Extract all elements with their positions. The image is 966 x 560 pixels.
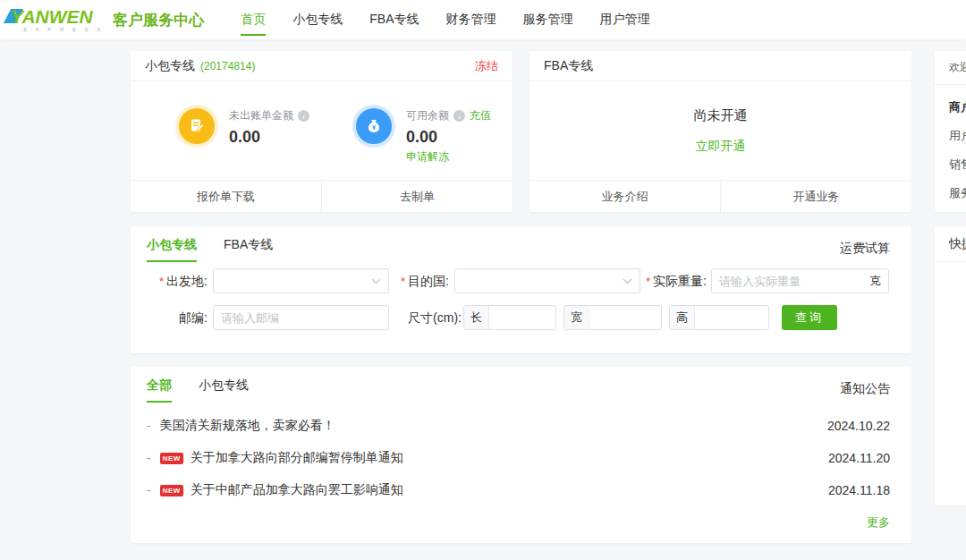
business-intro-button[interactable]: 业务介绍 (530, 181, 720, 212)
required-mark: * (401, 275, 405, 288)
destination-label: *目的国: (372, 268, 449, 293)
tab-fba[interactable]: FBA专线 (224, 237, 273, 262)
xiaobao-card-title: 小包专线 (145, 58, 195, 74)
notice-date: 2024.10.22 (827, 419, 890, 433)
account-id: (20174814) (200, 60, 255, 72)
frozen-status-badge: 冻结 (475, 58, 498, 74)
fba-card: FBA专线 尚未开通 立即开通 业务介绍 开通业务 (530, 51, 911, 212)
xiaobao-card-header: 小包专线 (20174814) 冻结 (131, 51, 513, 81)
width-input[interactable] (589, 306, 661, 329)
nav-item-home[interactable]: 首页 (227, 0, 279, 39)
freight-tabs: 小包专线 FBA专线 (147, 237, 273, 262)
user-row: 用户 (935, 128, 966, 144)
notice-tabs: 全部 小包专线 (147, 378, 249, 403)
notice-row: - NEW 关于加拿大路向部分邮编暂停制单通知 2024.11.20 (147, 449, 890, 467)
logo-mark: YANWEN E X P R E S S (11, 7, 104, 32)
logo-word: YANWEN (11, 6, 93, 27)
weight-label: *实际重量: (617, 268, 707, 293)
height-input[interactable] (695, 306, 768, 329)
notice-title[interactable]: 美国清关新规落地，卖家必看！ (160, 418, 335, 434)
unbilled-label: 未出账单金额 (229, 108, 293, 123)
quick-entry-card: 快捷 (935, 226, 966, 505)
merchant-info-card: 欢迎 商户 用户 销售 服务 (935, 51, 966, 212)
app-title: 客户服务中心 (113, 10, 204, 30)
sales-row: 销售 (935, 157, 966, 173)
length-prefix: 长 (464, 306, 489, 329)
nav-item-fba[interactable]: FBA专线 (356, 0, 432, 39)
quote-download-button[interactable]: 报价单下载 (131, 181, 321, 212)
merchant-row: 商户 (935, 99, 966, 115)
size-label: 尺寸(cm): (372, 305, 462, 330)
bill-icon (175, 105, 218, 148)
list-dash: - (147, 483, 151, 497)
recharge-link[interactable]: 充值 (470, 108, 491, 123)
list-dash: - (147, 451, 151, 465)
xiaobao-account-card: 小包专线 (20174814) 冻结 未出账单金额 i 0.00 ¥ (131, 51, 513, 212)
query-button[interactable]: 查询 (782, 305, 837, 330)
fba-open-now-link[interactable]: 立即开通 (696, 139, 746, 155)
welcome-text: 欢迎 (935, 51, 966, 85)
weight-input[interactable] (712, 269, 869, 293)
destination-select[interactable] (454, 268, 640, 293)
page: YANWEN E X P R E S S 客户服务中心 首页 小包专线 FBA专… (0, 0, 966, 560)
notices-section-title: 通知公告 (840, 381, 890, 397)
freight-section-title: 运费试算 (840, 241, 890, 257)
nav-item-finance[interactable]: 财务管理 (432, 0, 509, 39)
required-mark: * (159, 275, 164, 288)
info-icon[interactable]: i (453, 110, 465, 122)
notice-row: - NEW 关于中邮产品加拿大路向罢工影响通知 2024.11.18 (147, 481, 890, 499)
notice-date: 2024.11.18 (828, 483, 890, 497)
money-bag-icon: ¥ (352, 105, 395, 148)
more-link[interactable]: 更多 (867, 514, 890, 530)
length-input-wrap: 长 (463, 305, 556, 330)
service-row: 服务 (935, 185, 966, 201)
top-navbar: YANWEN E X P R E S S 客户服务中心 首页 小包专线 FBA专… (0, 0, 966, 39)
new-badge: NEW (160, 485, 183, 496)
weight-input-wrap: 克 (711, 268, 889, 293)
xiaobao-card-footer: 报价单下载 去制单 (131, 180, 513, 212)
nav-item-xiaobao[interactable]: 小包专线 (279, 0, 356, 39)
fba-card-footer: 业务介绍 开通业务 (530, 180, 911, 212)
open-business-button[interactable]: 开通业务 (720, 181, 911, 212)
zip-input-wrap (213, 305, 389, 330)
nav-item-service[interactable]: 服务管理 (509, 0, 586, 39)
notice-title[interactable]: 关于中邮产品加拿大路向罢工影响通知 (191, 482, 403, 498)
zip-input[interactable] (214, 306, 388, 329)
balance-label: 可用余额 (406, 108, 449, 123)
fba-status-text: 尚未开通 (694, 107, 748, 124)
freight-calc-card: 小包专线 FBA专线 运费试算 *出发地: *目的国: *实际重量: 克 邮编: (131, 226, 911, 353)
notice-row: - 美国清关新规落地，卖家必看！ 2024.10.22 (147, 417, 890, 435)
origin-label: *出发地: (131, 268, 208, 293)
main-nav: 首页 小包专线 FBA专线 财务管理 服务管理 用户管理 (227, 0, 663, 39)
info-icon[interactable]: i (298, 110, 309, 122)
unbilled-amount-stat: 未出账单金额 i 0.00 (175, 105, 309, 148)
height-prefix: 高 (670, 306, 695, 329)
width-prefix: 宽 (564, 306, 589, 329)
width-input-wrap: 宽 (564, 305, 662, 330)
origin-select[interactable] (213, 268, 389, 293)
nav-item-user[interactable]: 用户管理 (586, 0, 663, 39)
notice-date: 2024.11.20 (828, 451, 890, 465)
zip-label: 邮编: (131, 305, 208, 330)
notice-title[interactable]: 关于加拿大路向部分邮编暂停制单通知 (191, 450, 403, 466)
length-input[interactable] (489, 306, 555, 329)
create-order-button[interactable]: 去制单 (321, 181, 513, 212)
balance-stat: ¥ 可用余额 i 充值 0.00 申请解冻 (352, 105, 491, 165)
unfreeze-link[interactable]: 申请解冻 (406, 149, 491, 165)
logo-subtitle: E X P R E S S (11, 27, 104, 32)
balance-value: 0.00 (406, 128, 491, 147)
new-badge: NEW (160, 453, 183, 464)
list-dash: - (147, 419, 151, 433)
yanwen-logo: YANWEN E X P R E S S 客户服务中心 (11, 7, 204, 32)
height-input-wrap: 高 (669, 305, 769, 330)
notices-card: 全部 小包专线 通知公告 - 美国清关新规落地，卖家必看！ 2024.10.22… (131, 367, 911, 543)
quick-entry-title: 快捷 (935, 226, 966, 262)
tab-xiaobao-notices[interactable]: 小包专线 (199, 378, 249, 403)
weight-unit: 克 (869, 273, 888, 289)
fba-card-header: FBA专线 (530, 51, 911, 81)
fba-card-title: FBA专线 (544, 58, 593, 74)
unbilled-value: 0.00 (229, 128, 309, 147)
tab-xiaobao[interactable]: 小包专线 (147, 237, 197, 262)
tab-all-notices[interactable]: 全部 (147, 378, 172, 403)
required-mark: * (646, 275, 650, 288)
